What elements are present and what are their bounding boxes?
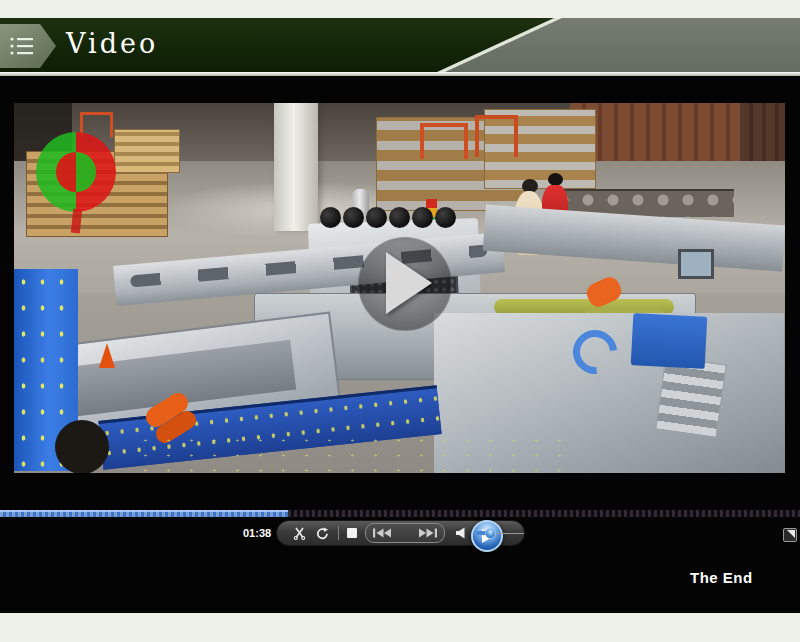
scene-white-column — [274, 103, 318, 231]
scene-ladder — [655, 356, 727, 438]
volume-slider[interactable] — [476, 527, 524, 539]
scissors-icon[interactable] — [293, 527, 306, 540]
page-title: Video — [66, 29, 158, 59]
scene-debris — [134, 433, 564, 473]
seek-bar-played — [0, 510, 288, 517]
next-icon[interactable] — [418, 528, 438, 538]
prev-icon[interactable] — [372, 528, 392, 538]
watermark-logo-inner — [56, 152, 96, 192]
scene-pallet-stack — [114, 129, 180, 173]
video-player: 01:38 — [0, 76, 800, 613]
play-triangle-icon[interactable] — [386, 252, 432, 314]
loop-icon[interactable] — [316, 527, 329, 540]
volume-knob[interactable] — [485, 528, 496, 539]
control-divider — [338, 526, 339, 540]
scene-control-screen — [678, 249, 714, 279]
end-caption: The End — [690, 569, 753, 586]
scene-orange-frame — [420, 123, 468, 159]
scene-blue-tank — [631, 313, 708, 369]
scene-orange-cone — [99, 343, 115, 368]
scene-orange-frame — [475, 115, 518, 157]
stop-icon — [347, 528, 357, 538]
time-display: 01:38 — [243, 527, 271, 539]
transport-group — [365, 523, 445, 543]
scene-foreground-head — [55, 420, 109, 473]
video-page: Video — [0, 0, 800, 642]
video-frame[interactable] — [14, 103, 785, 473]
fullscreen-button[interactable] — [783, 528, 797, 542]
control-bar — [276, 520, 525, 546]
seek-bar[interactable] — [0, 510, 800, 517]
scene-rollers — [320, 207, 458, 228]
stop-button[interactable] — [347, 528, 357, 538]
speaker-icon[interactable] — [455, 527, 467, 539]
fullscreen-icon — [787, 530, 795, 538]
list-icon — [9, 35, 35, 57]
